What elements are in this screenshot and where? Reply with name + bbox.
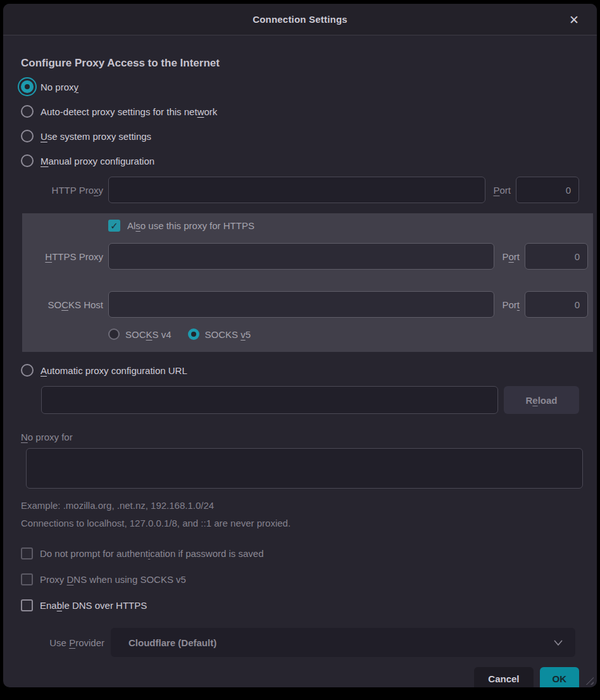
radio-label-auto-detect: Auto-detect proxy settings for this netw… <box>41 106 217 117</box>
checkbox-label-no-prompt-auth: Do not prompt for authentication if pass… <box>40 548 264 559</box>
radio-button-manual-proxy[interactable] <box>21 154 34 167</box>
radio-label-socks-v4: SOCKS v4 <box>125 329 172 340</box>
radio-label-manual-proxy: Manual proxy configuration <box>41 156 154 166</box>
checkbox-also-use-https[interactable]: ✓ Also use this proxy for HTTPS <box>108 220 588 232</box>
doh-provider-dropdown[interactable]: Cloudflare (Default) <box>111 628 575 657</box>
radio-socks-v5[interactable]: SOCKS v5 <box>188 327 251 342</box>
http-proxy-label: HTTP Proxy <box>21 185 103 196</box>
no-proxy-for-label: No proxy for <box>21 432 579 442</box>
https-proxy-label: HTTPS Proxy <box>22 251 103 262</box>
dialog-title: Connection Settings <box>253 14 347 25</box>
autoconfig-url-row: Reload <box>41 386 579 414</box>
cancel-button[interactable]: Cancel <box>474 667 533 687</box>
socks-port-label: Port <box>502 299 520 310</box>
checkbox-proxy-dns-socks5[interactable]: Proxy DNS when using SOCKS v5 <box>21 573 579 585</box>
use-provider-label: Use Provider <box>21 637 104 648</box>
dialog-titlebar: Connection Settings ✕ <box>3 4 597 35</box>
radio-manual-proxy[interactable]: Manual proxy configuration <box>21 149 579 173</box>
check-icon: ✓ <box>110 221 118 230</box>
checkbox-label-also-use-https: Also use this proxy for HTTPS <box>127 220 254 231</box>
radio-label-autoconfig: Automatic proxy configuration URL <box>41 365 187 376</box>
connection-settings-dialog: Connection Settings ✕ Configure Proxy Ac… <box>3 4 597 687</box>
checkbox-box-no-prompt-auth[interactable] <box>21 547 33 559</box>
radio-button-socks-v4[interactable] <box>108 328 120 340</box>
no-proxy-for-textarea[interactable] <box>26 448 583 489</box>
https-port-label: Port <box>502 251 520 262</box>
doh-provider-row: Use Provider Cloudflare (Default) <box>21 628 579 657</box>
radio-auto-detect[interactable]: Auto-detect proxy settings for this netw… <box>21 99 579 123</box>
checkbox-box-enable-doh[interactable] <box>21 599 33 611</box>
socks-host-input[interactable] <box>108 291 494 318</box>
radio-button-no-proxy[interactable] <box>21 80 34 93</box>
radio-system-proxy[interactable]: Use system proxy settings <box>21 124 579 148</box>
radio-button-socks-v5[interactable] <box>188 328 199 340</box>
radio-button-auto-detect[interactable] <box>21 105 34 118</box>
close-icon[interactable]: ✕ <box>563 4 585 35</box>
http-proxy-input[interactable] <box>108 177 485 203</box>
autoconfig-url-input[interactable] <box>41 386 498 414</box>
doh-provider-value: Cloudflare (Default) <box>128 637 551 648</box>
page-title: Configure Proxy Access to the Internet <box>21 57 579 70</box>
socks-port-input[interactable] <box>525 291 588 318</box>
radio-autoconfig[interactable]: Automatic proxy configuration URL <box>21 358 579 382</box>
radio-label-socks-v5: SOCKS v5 <box>205 329 251 340</box>
dialog-footer: Cancel OK <box>21 667 579 687</box>
https-proxy-input[interactable] <box>108 243 494 270</box>
radio-label-no-proxy: No proxy <box>41 82 78 92</box>
radio-no-proxy[interactable]: No proxy <box>21 75 579 99</box>
http-proxy-row: HTTP Proxy Port <box>21 177 579 203</box>
radio-socks-v4[interactable]: SOCKS v4 <box>108 327 172 342</box>
socks-version-group: SOCKS v4 SOCKS v5 <box>108 327 588 342</box>
socks-host-row: SOCKS Host Port <box>22 291 588 318</box>
checkbox-no-prompt-auth[interactable]: Do not prompt for authentication if pass… <box>21 547 579 559</box>
no-proxy-example-text: Example: .mozilla.org, .net.nz, 192.168.… <box>21 500 579 511</box>
https-proxy-row: HTTPS Proxy Port <box>22 243 588 270</box>
checkbox-enable-doh[interactable]: Enable DNS over HTTPS <box>21 599 579 611</box>
checkbox-label-proxy-dns-socks5: Proxy DNS when using SOCKS v5 <box>40 574 186 585</box>
localhost-note-text: Connections to localhost, 127.0.0.1/8, a… <box>21 518 579 528</box>
chevron-down-icon <box>551 635 565 649</box>
checkbox-box-also-use-https[interactable]: ✓ <box>108 220 120 232</box>
radio-button-autoconfig[interactable] <box>21 364 34 377</box>
checkbox-box-proxy-dns-socks5[interactable] <box>21 573 33 585</box>
manual-proxy-highlight-panel: ✓ Also use this proxy for HTTPS HTTPS Pr… <box>22 213 593 352</box>
socks-host-label: SOCKS Host <box>22 299 103 310</box>
reload-button[interactable]: Reload <box>504 386 579 414</box>
radio-button-system-proxy[interactable] <box>21 130 34 142</box>
radio-label-system-proxy: Use system proxy settings <box>41 131 151 142</box>
ok-button[interactable]: OK <box>540 667 580 687</box>
checkbox-label-enable-doh: Enable DNS over HTTPS <box>40 600 147 611</box>
http-port-input[interactable] <box>516 177 579 203</box>
https-port-input[interactable] <box>525 243 588 270</box>
http-port-label: Port <box>493 185 511 196</box>
